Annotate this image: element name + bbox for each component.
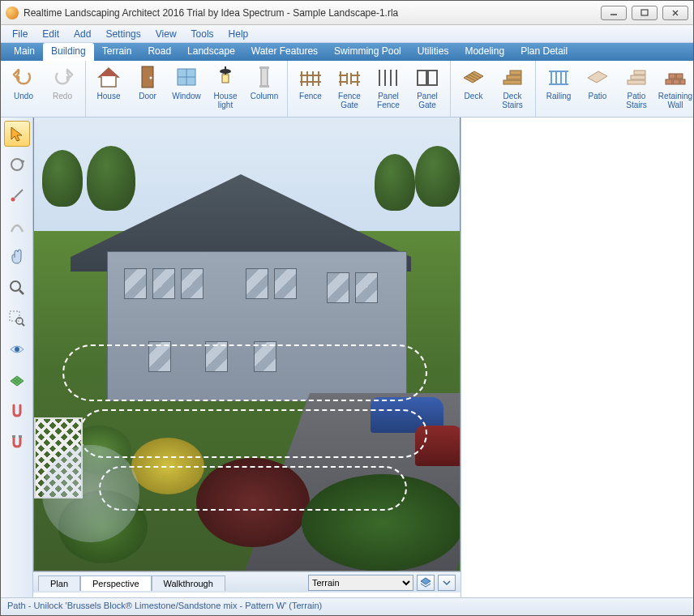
ribbon-door-button[interactable]: Door bbox=[128, 62, 167, 115]
undo-icon bbox=[11, 64, 36, 90]
tab-utilities[interactable]: Utilities bbox=[409, 43, 457, 61]
ribbon-fence-button[interactable]: Fence bbox=[291, 62, 330, 115]
tab-terrain[interactable]: Terrain bbox=[94, 43, 140, 61]
arrow-icon bbox=[8, 125, 26, 143]
house-window bbox=[246, 268, 268, 299]
ribbon-redo-button[interactable]: Redo bbox=[43, 62, 82, 115]
door-icon bbox=[135, 64, 161, 90]
tool-snap[interactable] bbox=[4, 398, 30, 424]
view-tab-perspective[interactable]: Perspective bbox=[80, 575, 151, 591]
zoom-area-icon bbox=[8, 310, 26, 327]
deck-icon bbox=[461, 64, 486, 90]
tree bbox=[42, 150, 83, 207]
ribbon-retaining-wall-button[interactable]: Retaining Wall bbox=[656, 62, 693, 115]
layers-button[interactable] bbox=[417, 575, 435, 591]
tool-curve[interactable] bbox=[4, 213, 30, 239]
compass-widget[interactable] bbox=[42, 445, 139, 542]
tab-plan-detail[interactable]: Plan Detail bbox=[512, 43, 576, 61]
ribbon-label: Patio Stairs bbox=[617, 92, 656, 109]
ribbon-label: Undo bbox=[14, 92, 33, 101]
ribbon-house-button[interactable]: House bbox=[89, 62, 128, 115]
tool-arrow[interactable] bbox=[4, 121, 30, 147]
app-icon bbox=[6, 6, 19, 19]
tab-main[interactable]: Main bbox=[6, 43, 43, 61]
magnet-icon bbox=[8, 433, 26, 451]
fence-gate-icon bbox=[336, 64, 362, 90]
tool-point[interactable] bbox=[4, 182, 30, 208]
ribbon-fence-gate-button[interactable]: Fence Gate bbox=[330, 62, 369, 115]
tab-modeling[interactable]: Modeling bbox=[456, 43, 512, 61]
menu-settings[interactable]: Settings bbox=[99, 27, 147, 41]
ribbon-label: House light bbox=[206, 92, 245, 109]
menu-tools[interactable]: Tools bbox=[185, 27, 221, 41]
svg-rect-32 bbox=[428, 71, 437, 85]
tool-measure[interactable] bbox=[4, 336, 30, 362]
ribbon-column-button[interactable]: Column bbox=[245, 62, 284, 115]
menubar: File Edit Add Settings View Tools Help bbox=[1, 25, 693, 43]
svg-rect-66 bbox=[12, 435, 15, 438]
svg-point-8 bbox=[220, 69, 231, 74]
maximize-button[interactable] bbox=[632, 6, 658, 20]
ribbon-deck-stairs-button[interactable]: Deck Stairs bbox=[493, 62, 532, 115]
tab-road[interactable]: Road bbox=[139, 43, 179, 61]
ribbon-undo-button[interactable]: Undo bbox=[4, 62, 43, 115]
panel-fence-icon bbox=[375, 64, 401, 90]
svg-line-60 bbox=[22, 323, 24, 326]
tab-swimming-pool[interactable]: Swimming Pool bbox=[326, 43, 409, 61]
house-window bbox=[355, 272, 378, 303]
railing-icon bbox=[546, 64, 572, 90]
svg-rect-51 bbox=[669, 74, 675, 79]
tab-water-features[interactable]: Water Features bbox=[243, 43, 326, 61]
tree bbox=[375, 154, 415, 211]
workarea: Plan Perspective Walkthrough Terrain bbox=[1, 118, 693, 615]
dropdown-button[interactable] bbox=[438, 575, 456, 591]
ribbon-house-light-button[interactable]: House light bbox=[206, 62, 245, 115]
svg-rect-38 bbox=[510, 71, 521, 75]
minimize-button[interactable] bbox=[601, 6, 627, 20]
svg-point-61 bbox=[15, 347, 19, 352]
status-bar: Path - Unilock 'Brussels Block® Limeston… bbox=[1, 597, 693, 615]
menu-edit[interactable]: Edit bbox=[36, 27, 66, 41]
tool-grid[interactable] bbox=[4, 367, 30, 393]
menu-file[interactable]: File bbox=[6, 27, 34, 41]
tool-zoom-area[interactable] bbox=[4, 306, 30, 332]
house-window bbox=[327, 272, 349, 303]
close-button[interactable] bbox=[662, 6, 688, 20]
ribbon-panel-fence-button[interactable]: Panel Fence bbox=[369, 62, 408, 115]
window-controls bbox=[601, 6, 688, 20]
tool-orbit[interactable] bbox=[4, 152, 30, 178]
layers-icon bbox=[420, 577, 431, 588]
patio-icon bbox=[585, 64, 610, 90]
svg-point-56 bbox=[11, 281, 20, 291]
view-tab-walkthrough[interactable]: Walkthrough bbox=[152, 575, 225, 591]
tab-landscape[interactable]: Landscape bbox=[179, 43, 243, 61]
house-icon bbox=[96, 64, 122, 90]
terrain-select[interactable]: Terrain bbox=[308, 575, 413, 591]
tab-building[interactable]: Building bbox=[43, 43, 94, 61]
ribbon-deck-button[interactable]: Deck bbox=[454, 62, 493, 115]
tool-magnet[interactable] bbox=[4, 429, 30, 455]
svg-line-57 bbox=[19, 290, 24, 294]
fence-icon bbox=[298, 64, 323, 90]
menu-view[interactable]: View bbox=[149, 27, 183, 41]
ribbon-railing-button[interactable]: Railing bbox=[539, 62, 578, 115]
tool-pan[interactable] bbox=[4, 244, 30, 270]
menu-add[interactable]: Add bbox=[67, 27, 97, 41]
view-tab-plan[interactable]: Plan bbox=[38, 575, 80, 591]
tree bbox=[415, 146, 460, 207]
ribbon-label: Fence Gate bbox=[330, 92, 369, 109]
titlebar: Realtime Landscaping Architect 2016 Tria… bbox=[1, 1, 693, 25]
selection-outline bbox=[79, 409, 427, 458]
selection-outline bbox=[62, 344, 427, 401]
ribbon-window-button[interactable]: Window bbox=[167, 62, 206, 115]
svg-rect-37 bbox=[507, 75, 521, 79]
menu-help[interactable]: Help bbox=[222, 27, 255, 41]
ribbon-panel-gate-button[interactable]: Panel Gate bbox=[408, 62, 447, 115]
svg-rect-11 bbox=[259, 66, 269, 69]
svg-rect-67 bbox=[19, 435, 22, 438]
3d-viewport[interactable] bbox=[33, 118, 461, 571]
ribbon-patio-stairs-button[interactable]: Patio Stairs bbox=[617, 62, 656, 115]
ribbon: UndoRedoHouseDoorWindowHouse lightColumn… bbox=[1, 61, 693, 118]
ribbon-patio-button[interactable]: Patio bbox=[578, 62, 617, 115]
tool-zoom[interactable] bbox=[4, 275, 30, 301]
